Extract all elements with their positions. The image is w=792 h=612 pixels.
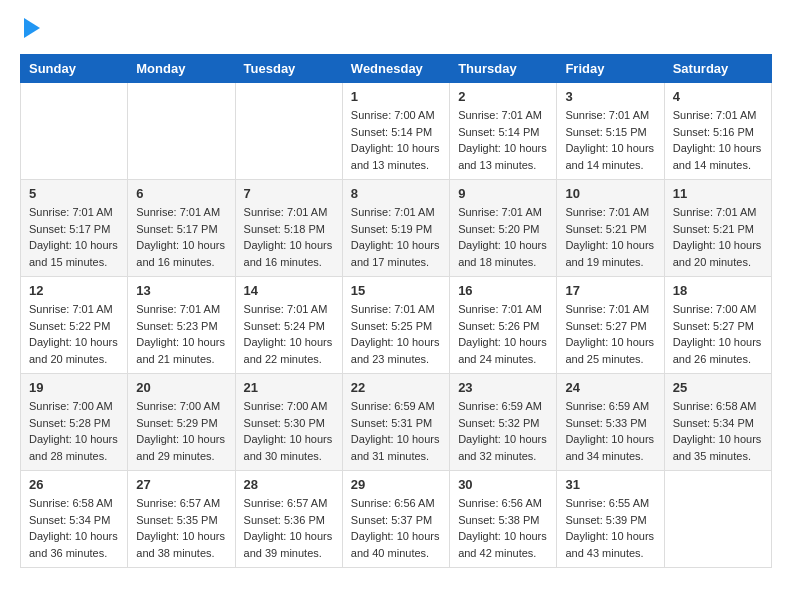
day-info: Sunrise: 6:59 AM Sunset: 5:33 PM Dayligh… <box>565 398 655 464</box>
day-info: Sunrise: 7:01 AM Sunset: 5:15 PM Dayligh… <box>565 107 655 173</box>
calendar-cell: 16Sunrise: 7:01 AM Sunset: 5:26 PM Dayli… <box>450 277 557 374</box>
day-info: Sunrise: 6:57 AM Sunset: 5:36 PM Dayligh… <box>244 495 334 561</box>
calendar-cell: 14Sunrise: 7:01 AM Sunset: 5:24 PM Dayli… <box>235 277 342 374</box>
page-header <box>20 20 772 38</box>
calendar-cell: 4Sunrise: 7:01 AM Sunset: 5:16 PM Daylig… <box>664 83 771 180</box>
calendar-cell: 28Sunrise: 6:57 AM Sunset: 5:36 PM Dayli… <box>235 471 342 568</box>
day-info: Sunrise: 7:01 AM Sunset: 5:17 PM Dayligh… <box>29 204 119 270</box>
day-number: 12 <box>29 283 119 298</box>
day-number: 25 <box>673 380 763 395</box>
calendar-week-row: 26Sunrise: 6:58 AM Sunset: 5:34 PM Dayli… <box>21 471 772 568</box>
calendar-header-row: SundayMondayTuesdayWednesdayThursdayFrid… <box>21 55 772 83</box>
calendar-cell: 18Sunrise: 7:00 AM Sunset: 5:27 PM Dayli… <box>664 277 771 374</box>
day-info: Sunrise: 6:58 AM Sunset: 5:34 PM Dayligh… <box>29 495 119 561</box>
calendar-cell <box>664 471 771 568</box>
calendar-cell: 8Sunrise: 7:01 AM Sunset: 5:19 PM Daylig… <box>342 180 449 277</box>
day-info: Sunrise: 7:00 AM Sunset: 5:29 PM Dayligh… <box>136 398 226 464</box>
calendar-cell: 13Sunrise: 7:01 AM Sunset: 5:23 PM Dayli… <box>128 277 235 374</box>
day-info: Sunrise: 7:01 AM Sunset: 5:27 PM Dayligh… <box>565 301 655 367</box>
day-number: 28 <box>244 477 334 492</box>
calendar-cell: 12Sunrise: 7:01 AM Sunset: 5:22 PM Dayli… <box>21 277 128 374</box>
day-info: Sunrise: 6:55 AM Sunset: 5:39 PM Dayligh… <box>565 495 655 561</box>
calendar-cell: 7Sunrise: 7:01 AM Sunset: 5:18 PM Daylig… <box>235 180 342 277</box>
day-info: Sunrise: 6:57 AM Sunset: 5:35 PM Dayligh… <box>136 495 226 561</box>
day-info: Sunrise: 7:01 AM Sunset: 5:26 PM Dayligh… <box>458 301 548 367</box>
day-number: 14 <box>244 283 334 298</box>
calendar-table: SundayMondayTuesdayWednesdayThursdayFrid… <box>20 54 772 568</box>
day-info: Sunrise: 7:01 AM Sunset: 5:23 PM Dayligh… <box>136 301 226 367</box>
day-number: 15 <box>351 283 441 298</box>
day-info: Sunrise: 7:01 AM Sunset: 5:21 PM Dayligh… <box>673 204 763 270</box>
calendar-cell: 30Sunrise: 6:56 AM Sunset: 5:38 PM Dayli… <box>450 471 557 568</box>
calendar-cell <box>128 83 235 180</box>
column-header-wednesday: Wednesday <box>342 55 449 83</box>
calendar-cell: 17Sunrise: 7:01 AM Sunset: 5:27 PM Dayli… <box>557 277 664 374</box>
day-number: 4 <box>673 89 763 104</box>
calendar-cell: 24Sunrise: 6:59 AM Sunset: 5:33 PM Dayli… <box>557 374 664 471</box>
day-info: Sunrise: 7:01 AM Sunset: 5:14 PM Dayligh… <box>458 107 548 173</box>
calendar-cell: 31Sunrise: 6:55 AM Sunset: 5:39 PM Dayli… <box>557 471 664 568</box>
day-info: Sunrise: 6:56 AM Sunset: 5:38 PM Dayligh… <box>458 495 548 561</box>
day-info: Sunrise: 6:58 AM Sunset: 5:34 PM Dayligh… <box>673 398 763 464</box>
day-info: Sunrise: 7:01 AM Sunset: 5:19 PM Dayligh… <box>351 204 441 270</box>
day-number: 18 <box>673 283 763 298</box>
logo-arrow-icon <box>24 18 40 38</box>
day-info: Sunrise: 7:01 AM Sunset: 5:22 PM Dayligh… <box>29 301 119 367</box>
day-number: 26 <box>29 477 119 492</box>
calendar-cell: 11Sunrise: 7:01 AM Sunset: 5:21 PM Dayli… <box>664 180 771 277</box>
day-info: Sunrise: 7:01 AM Sunset: 5:21 PM Dayligh… <box>565 204 655 270</box>
day-number: 10 <box>565 186 655 201</box>
day-number: 7 <box>244 186 334 201</box>
day-number: 3 <box>565 89 655 104</box>
calendar-cell: 1Sunrise: 7:00 AM Sunset: 5:14 PM Daylig… <box>342 83 449 180</box>
day-number: 29 <box>351 477 441 492</box>
day-info: Sunrise: 6:56 AM Sunset: 5:37 PM Dayligh… <box>351 495 441 561</box>
day-number: 24 <box>565 380 655 395</box>
day-info: Sunrise: 6:59 AM Sunset: 5:31 PM Dayligh… <box>351 398 441 464</box>
day-number: 8 <box>351 186 441 201</box>
day-number: 23 <box>458 380 548 395</box>
day-number: 9 <box>458 186 548 201</box>
day-number: 6 <box>136 186 226 201</box>
calendar-cell: 2Sunrise: 7:01 AM Sunset: 5:14 PM Daylig… <box>450 83 557 180</box>
calendar-cell: 15Sunrise: 7:01 AM Sunset: 5:25 PM Dayli… <box>342 277 449 374</box>
logo <box>20 20 40 38</box>
calendar-cell <box>235 83 342 180</box>
day-number: 1 <box>351 89 441 104</box>
calendar-cell: 3Sunrise: 7:01 AM Sunset: 5:15 PM Daylig… <box>557 83 664 180</box>
day-number: 16 <box>458 283 548 298</box>
day-number: 20 <box>136 380 226 395</box>
calendar-week-row: 1Sunrise: 7:00 AM Sunset: 5:14 PM Daylig… <box>21 83 772 180</box>
day-number: 22 <box>351 380 441 395</box>
day-number: 13 <box>136 283 226 298</box>
day-number: 27 <box>136 477 226 492</box>
calendar-week-row: 5Sunrise: 7:01 AM Sunset: 5:17 PM Daylig… <box>21 180 772 277</box>
calendar-cell: 19Sunrise: 7:00 AM Sunset: 5:28 PM Dayli… <box>21 374 128 471</box>
calendar-cell: 9Sunrise: 7:01 AM Sunset: 5:20 PM Daylig… <box>450 180 557 277</box>
column-header-monday: Monday <box>128 55 235 83</box>
day-number: 30 <box>458 477 548 492</box>
calendar-cell: 21Sunrise: 7:00 AM Sunset: 5:30 PM Dayli… <box>235 374 342 471</box>
day-info: Sunrise: 7:01 AM Sunset: 5:20 PM Dayligh… <box>458 204 548 270</box>
calendar-cell: 5Sunrise: 7:01 AM Sunset: 5:17 PM Daylig… <box>21 180 128 277</box>
day-info: Sunrise: 7:01 AM Sunset: 5:18 PM Dayligh… <box>244 204 334 270</box>
column-header-friday: Friday <box>557 55 664 83</box>
calendar-cell: 20Sunrise: 7:00 AM Sunset: 5:29 PM Dayli… <box>128 374 235 471</box>
day-info: Sunrise: 7:00 AM Sunset: 5:27 PM Dayligh… <box>673 301 763 367</box>
calendar-week-row: 12Sunrise: 7:01 AM Sunset: 5:22 PM Dayli… <box>21 277 772 374</box>
calendar-cell: 25Sunrise: 6:58 AM Sunset: 5:34 PM Dayli… <box>664 374 771 471</box>
day-info: Sunrise: 7:01 AM Sunset: 5:16 PM Dayligh… <box>673 107 763 173</box>
day-number: 5 <box>29 186 119 201</box>
day-info: Sunrise: 7:01 AM Sunset: 5:25 PM Dayligh… <box>351 301 441 367</box>
day-info: Sunrise: 7:01 AM Sunset: 5:17 PM Dayligh… <box>136 204 226 270</box>
day-number: 17 <box>565 283 655 298</box>
column-header-saturday: Saturday <box>664 55 771 83</box>
calendar-cell: 27Sunrise: 6:57 AM Sunset: 5:35 PM Dayli… <box>128 471 235 568</box>
day-info: Sunrise: 7:00 AM Sunset: 5:28 PM Dayligh… <box>29 398 119 464</box>
day-info: Sunrise: 7:00 AM Sunset: 5:30 PM Dayligh… <box>244 398 334 464</box>
day-number: 2 <box>458 89 548 104</box>
calendar-week-row: 19Sunrise: 7:00 AM Sunset: 5:28 PM Dayli… <box>21 374 772 471</box>
day-number: 19 <box>29 380 119 395</box>
day-info: Sunrise: 7:00 AM Sunset: 5:14 PM Dayligh… <box>351 107 441 173</box>
calendar-cell: 22Sunrise: 6:59 AM Sunset: 5:31 PM Dayli… <box>342 374 449 471</box>
